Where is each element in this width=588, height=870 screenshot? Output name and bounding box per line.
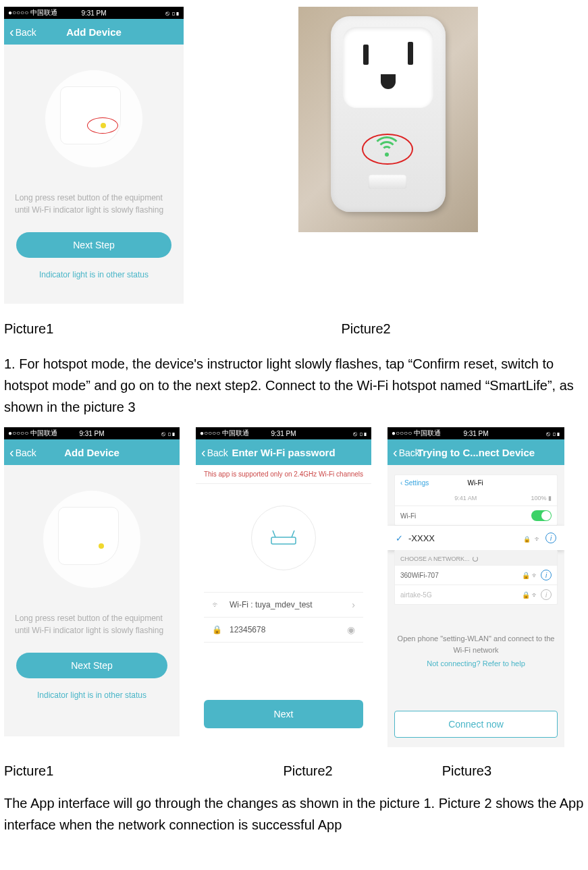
info-icon[interactable]: i (541, 589, 552, 600)
wifi-toggle-label: Wi-Fi (400, 512, 416, 520)
spinner-icon (473, 556, 478, 562)
ground-slot (381, 74, 396, 89)
next-step-button[interactable]: Next Step (16, 653, 167, 678)
nav-bar: Back Add Device (4, 19, 184, 45)
indicator-led (99, 543, 104, 549)
nav-bar: Back Trying to C...nect Device (387, 439, 564, 465)
network-meta: 🔒 ᯤ i (522, 589, 552, 600)
clock: 9:31 PM (196, 430, 371, 437)
instruction-text: Long press reset button of the equipment… (15, 192, 173, 216)
highlight-ellipse (362, 134, 413, 165)
network-row[interactable]: 360WiFi-707 🔒 ᯤ i (395, 565, 557, 584)
figure-row-1: ●○○○○ 中国联通 9:31 PM ⎋ ▯▮ Back Add Device … (4, 7, 584, 304)
instruction-text: Long press reset button of the equipment… (15, 612, 169, 636)
choose-network-label: CHOOSE A NETWORK... (395, 550, 557, 565)
plug-icon (58, 507, 119, 565)
info-icon[interactable]: i (545, 533, 556, 543)
wifi-ssid-field[interactable]: ᯤ Wi-Fi : tuya_mdev_test › (204, 592, 363, 618)
wifi-toggle[interactable] (531, 510, 552, 521)
screen-body: ‹ Settings Wi-Fi 9:41 AM 100% ▮ Wi-Fi ✓ (387, 465, 564, 747)
status-right: ⎋ ▯▮ (161, 430, 176, 437)
status-bar: ●○○○○ 中国联通 9:31 PM ⎋ ▯▮ (196, 427, 371, 439)
connect-now-button[interactable]: Connect now (394, 711, 558, 738)
clock: 9:31 PM (4, 430, 180, 437)
back-button[interactable]: Back (9, 445, 36, 460)
nav-bar: Back Add Device (4, 439, 180, 465)
wifi-password-field[interactable]: 🔒 12345678 ◉ (204, 618, 363, 643)
plug-icon (60, 86, 121, 144)
status-right: ⎋ ▯▮ (353, 430, 367, 437)
wifi-band-warning: This app is supported only on 2.4GHz Wi-… (196, 465, 371, 484)
outlet-face (343, 27, 433, 108)
status-bar: ●○○○○ 中国联通 9:31 PM ⎋ ▯▮ (4, 427, 180, 439)
ios-settings-preview: ‹ Settings Wi-Fi 9:41 AM 100% ▮ Wi-Fi (394, 474, 558, 526)
network-list: CHOOSE A NETWORK... 360WiFi-707 🔒 ᯤ i ai… (394, 550, 558, 605)
screen-body: This app is supported only on 2.4GHz Wi-… (196, 465, 371, 736)
selected-network-name: -XXXX (408, 533, 435, 543)
screen-body: Long press reset button of the equipment… (4, 45, 184, 304)
phone-wifi-password: ●○○○○ 中国联通 9:31 PM ⎋ ▯▮ Back Enter Wi-Fi… (196, 427, 371, 736)
instruction-paragraph-2: The App interface will go through the ch… (4, 792, 584, 836)
mini-clock: 9:41 AM (454, 495, 477, 501)
other-status-link[interactable]: Indicator light is in other status (14, 690, 170, 700)
help-link[interactable]: Not connecting? Refer to help (394, 659, 558, 668)
smart-plug-photo (298, 7, 478, 232)
back-button[interactable]: Back (9, 24, 36, 40)
phone-connect-hotspot: ●○○○○ 中国联通 9:31 PM ⎋ ▯▮ Back Trying to C… (387, 427, 564, 747)
eye-icon[interactable]: ◉ (347, 624, 355, 635)
lock-icon: 🔒 (212, 625, 224, 634)
svg-line-2 (292, 531, 294, 537)
reset-button (369, 174, 406, 189)
caption-picture2: Picture2 (341, 321, 390, 337)
next-button[interactable]: Next (204, 700, 363, 728)
clock: 9:31 PM (387, 430, 564, 437)
caption-row-2: Picture1 Picture2 Picture3 (4, 763, 584, 779)
open-settings-hint: Open phone "setting-WLAN" and connect to… (394, 633, 558, 655)
ssid-value: Wi-Fi : tuya_mdev_test (230, 600, 352, 609)
caption-picture1: Picture1 (4, 763, 53, 779)
phone-add-device: ●○○○○ 中国联通 9:31 PM ⎋ ▯▮ Back Add Device … (4, 7, 184, 304)
figure-row-2: ●○○○○ 中国联通 9:31 PM ⎋ ▯▮ Back Add Device … (4, 427, 584, 747)
chevron-right-icon: › (352, 599, 355, 610)
network-row[interactable]: airtake-5G 🔒 ᯤ i (395, 584, 557, 604)
svg-rect-0 (271, 537, 296, 544)
wifi-toggle-row[interactable]: Wi-Fi (395, 506, 557, 525)
other-status-link[interactable]: Indicator light is in other status (14, 270, 174, 279)
router-icon (269, 528, 298, 548)
caption-picture2: Picture2 (283, 763, 332, 779)
caption-picture1: Picture1 (4, 321, 53, 337)
highlight-ellipse (87, 117, 118, 134)
status-right: ⎋ ▯▮ (546, 430, 560, 437)
mini-battery: 100% ▮ (531, 495, 552, 501)
selected-network-row[interactable]: ✓ -XXXX i (387, 526, 564, 550)
wifi-icon: ᯤ (212, 600, 224, 609)
router-illustration (251, 506, 316, 570)
settings-back[interactable]: ‹ Settings (400, 479, 429, 487)
status-bar: ●○○○○ 中国联通 9:31 PM ⎋ ▯▮ (4, 7, 184, 19)
info-icon[interactable]: i (541, 570, 552, 580)
clock: 9:31 PM (4, 9, 184, 17)
settings-nav: ‹ Settings Wi-Fi (395, 475, 557, 491)
instruction-paragraph-1: 1. For hotspot mode, the device's instru… (4, 353, 584, 418)
wifi-signal-icon (535, 533, 541, 543)
settings-title: Wi-Fi (467, 479, 483, 487)
lock-icon (523, 533, 531, 543)
network-meta: 🔒 ᯤ i (522, 570, 552, 580)
caption-picture3: Picture3 (442, 763, 491, 779)
device-illustration (45, 70, 142, 167)
network-name: airtake-5G (400, 591, 432, 599)
password-value: 12345678 (230, 625, 347, 634)
status-right: ⎋ ▯▮ (165, 9, 180, 17)
device-illustration (43, 491, 140, 588)
status-bar: ●○○○○ 中国联通 9:31 PM ⎋ ▯▮ (387, 427, 564, 439)
back-button[interactable]: Back (393, 445, 420, 460)
network-name: 360WiFi-707 (400, 572, 439, 579)
svg-line-1 (273, 531, 275, 537)
back-button[interactable]: Back (201, 445, 228, 460)
prong-slot (408, 42, 413, 65)
nav-bar: Back Enter Wi-Fi password (196, 439, 371, 465)
next-step-button[interactable]: Next Step (16, 232, 171, 258)
prong-slot (363, 45, 369, 65)
screen-body: Long press reset button of the equipment… (4, 465, 180, 736)
phone-add-device-2: ●○○○○ 中国联通 9:31 PM ⎋ ▯▮ Back Add Device … (4, 427, 180, 736)
